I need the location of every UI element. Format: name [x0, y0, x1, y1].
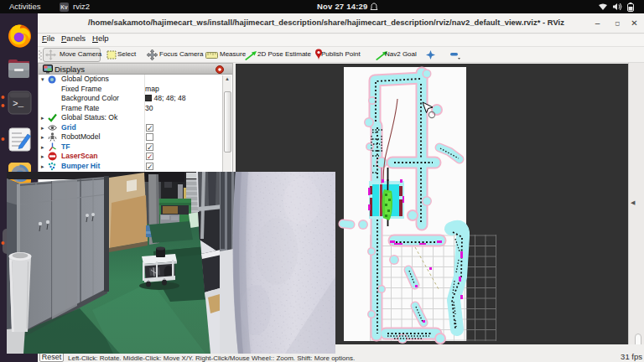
svg-text:>_: >_	[13, 99, 24, 109]
svg-text:Kv: Kv	[60, 4, 68, 10]
